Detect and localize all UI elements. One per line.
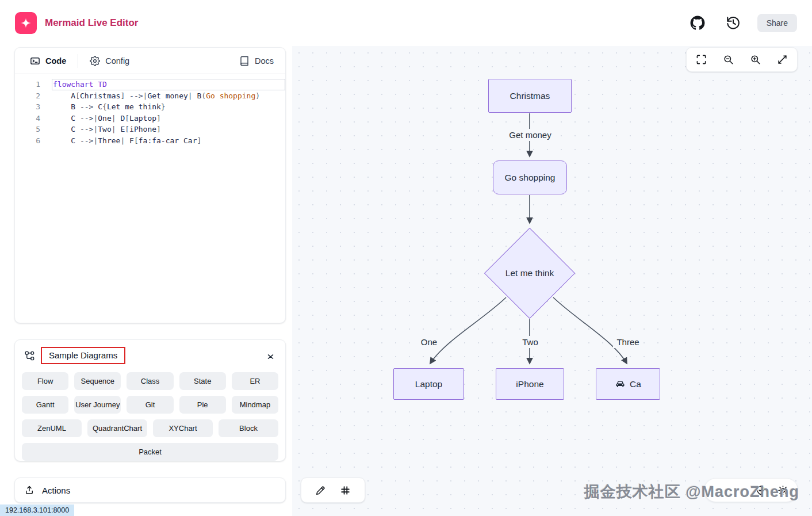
zoom-out-icon[interactable]	[723, 54, 734, 65]
actions-label: Actions	[42, 486, 70, 495]
line-number: 5	[15, 124, 52, 135]
sample-button-zenuml[interactable]: ZenUML	[22, 419, 82, 437]
sample-button-state[interactable]: State	[179, 372, 226, 390]
app-title: Mermaid Live Editor	[45, 17, 138, 29]
tab-docs-label: Docs	[255, 56, 274, 66]
node-go-shopping: Go shopping	[493, 160, 567, 194]
line-number: 6	[15, 135, 52, 147]
sample-button-pie[interactable]: Pie	[179, 396, 226, 414]
line-number: 1	[15, 79, 52, 90]
actions-bar[interactable]: Actions	[14, 477, 286, 503]
sample-button-sequence[interactable]: Sequence	[74, 372, 121, 390]
node-iphone-label: iPhone	[516, 379, 543, 389]
sample-button-mindmap[interactable]: Mindmap	[232, 396, 278, 414]
edge-label-two: Two	[519, 336, 542, 348]
edge-label-one: One	[418, 336, 441, 348]
code-lines[interactable]: 1flowchart TD2 A[Christmas] -->|Get mone…	[15, 74, 285, 146]
node-car-label: Ca	[630, 379, 641, 389]
node-iphone: iPhone	[496, 368, 564, 400]
mermaid-logo	[15, 12, 37, 34]
car-icon	[615, 379, 626, 389]
sample-diagrams-header: Sample Diagrams	[21, 345, 279, 366]
line-number: 2	[15, 90, 52, 102]
code-line-2: 2 A[Christmas] -->|Get money| B(Go shopp…	[15, 90, 285, 102]
code-line-1: 1flowchart TD	[15, 79, 285, 90]
flow-icon	[24, 350, 35, 361]
sample-button-class[interactable]: Class	[127, 372, 173, 390]
node-car: Ca	[596, 368, 660, 400]
sample-button-gantt[interactable]: Gantt	[22, 396, 68, 414]
line-number: 4	[15, 113, 52, 124]
sample-button-git[interactable]: Git	[127, 396, 173, 414]
sample-button-quadrantchart[interactable]: QuadrantChart	[87, 419, 147, 437]
tab-docs[interactable]: Docs	[231, 49, 282, 72]
sample-buttons: FlowSequenceClassStateERGanttUser Journe…	[21, 372, 279, 461]
share-button[interactable]: Share	[757, 14, 797, 32]
node-christmas-label: Christmas	[510, 91, 550, 101]
line-number: 3	[15, 101, 52, 113]
fullscreen-icon[interactable]	[696, 54, 707, 65]
code-line-3: 3 B --> C{Let me think}	[15, 101, 285, 113]
view-tools	[301, 477, 365, 503]
tab-divider	[78, 54, 78, 68]
code-line-5: 5 C -->|Two| E[iPhone]	[15, 124, 285, 135]
sample-button-packet[interactable]: Packet	[22, 443, 278, 461]
terminal-icon	[30, 56, 40, 66]
zoom-in-icon[interactable]	[750, 54, 761, 65]
node-laptop: Laptop	[393, 368, 464, 400]
node-go-shopping-label: Go shopping	[505, 173, 556, 183]
export-icon	[24, 485, 35, 495]
code-line-4: 4 C -->|One| D[Laptop]	[15, 113, 285, 124]
tab-config[interactable]: Config	[82, 49, 137, 72]
sample-diagrams-panel: Sample Diagrams FlowSequenceClassStateER…	[14, 339, 286, 461]
pencil-icon[interactable]	[315, 485, 326, 496]
edge-label-three: Three	[613, 336, 643, 348]
tab-config-label: Config	[105, 56, 129, 66]
sample-button-block[interactable]: Block	[219, 419, 278, 437]
history-icon[interactable]	[725, 15, 741, 31]
watermark-text: 掘金技术社区 @MacroZheng	[584, 481, 799, 502]
header: Mermaid Live Editor Share	[0, 0, 812, 46]
expand-icon[interactable]	[777, 54, 788, 65]
tab-code-label: Code	[45, 56, 66, 66]
grid-icon[interactable]	[340, 485, 351, 496]
canvas-toolbar	[686, 47, 798, 72]
tab-code[interactable]: Code	[22, 49, 74, 72]
book-icon	[239, 56, 250, 66]
sample-button-flow[interactable]: Flow	[22, 372, 68, 390]
editor-tabbar: Code Config Docs	[15, 48, 285, 74]
sample-button-er[interactable]: ER	[232, 372, 278, 390]
edge-label-get-money: Get money	[504, 129, 557, 141]
code-editor-panel: Code Config Docs 1flowchart TD2 A[Christ…	[14, 47, 286, 323]
node-let-me-think-label: Let me think	[485, 241, 574, 305]
code-line-6: 6 C -->|Three| F[fa:fa-car Car]	[15, 135, 285, 147]
collapse-icon[interactable]	[265, 350, 276, 361]
sample-diagrams-title: Sample Diagrams	[41, 347, 125, 364]
node-laptop-label: Laptop	[415, 379, 442, 389]
gear-icon	[90, 56, 100, 66]
sample-button-xychart[interactable]: XYChart	[153, 419, 213, 437]
sample-button-user-journey[interactable]: User Journey	[74, 396, 121, 414]
status-url: 192.168.3.101:8000	[0, 504, 74, 516]
node-christmas: Christmas	[488, 79, 572, 113]
github-icon[interactable]	[690, 15, 706, 31]
